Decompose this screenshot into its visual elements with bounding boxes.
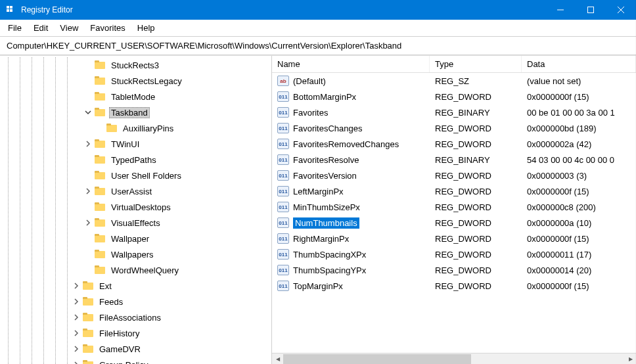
list-body[interactable]: ab(Default)REG_SZ(value not set)011Botto… [272,73,636,353]
value-name: FavoritesVersion [293,171,357,181]
expander-closed-icon[interactable] [83,186,93,196]
tree-item-label: VisualEffects [109,217,162,229]
folder-icon [95,171,106,180]
horizontal-scrollbar[interactable]: ◀ ▶ [272,353,636,364]
menu-edit[interactable]: Edit [28,21,53,35]
list-row[interactable]: 011FavoritesChangesREG_DWORD0x000000bd (… [272,120,636,136]
tree-item[interactable]: WordWheelQuery [0,262,271,278]
tree-item[interactable]: UserAssist [0,183,271,199]
list-row[interactable]: 011RightMarginPxREG_DWORD0x0000000f (15) [272,231,636,246]
value-type: REG_DWORD [430,138,522,150]
tree-pane[interactable]: StuckRects3StuckRectsLegacyTabletModeTas… [0,56,272,364]
tree-item[interactable]: TypedPaths [0,152,271,168]
folder-icon [95,155,106,164]
tree-item-label: Feeds [97,296,125,307]
list-row[interactable]: 011FavoritesVersionREG_DWORD0x00000003 (… [272,168,636,183]
tree-item[interactable]: StuckRects3 [0,57,271,73]
address-input[interactable] [5,39,631,52]
list-row[interactable]: ab(Default)REG_SZ(value not set) [272,73,636,89]
binary-value-icon: 011 [277,249,289,260]
value-type: REG_DWORD [430,248,522,261]
close-button[interactable] [606,0,636,20]
value-name: FavoritesChanges [293,124,363,133]
scroll-left-arrow[interactable]: ◀ [272,353,283,365]
column-type[interactable]: Type [430,56,522,72]
value-name: RightMarginPx [293,234,349,244]
svg-rect-0 [7,6,9,9]
tree-item[interactable]: VirtualDesktops [0,199,271,215]
tree-item[interactable]: User Shell Folders [0,168,271,183]
folder-icon [95,234,106,243]
tree-item[interactable]: GameDVR [0,341,271,357]
list-row[interactable]: 011MinThumbSizePxREG_DWORD0x000000c8 (20… [272,199,636,215]
folder-icon [95,250,106,259]
tree-item[interactable]: StuckRectsLegacy [0,73,271,89]
tree-item-label: User Shell Folders [109,170,183,181]
folder-icon [106,124,118,133]
tree-item[interactable]: FileHistory [0,325,271,341]
menu-file[interactable]: File [3,21,27,35]
binary-value-icon: 011 [277,281,289,291]
tree-item-label: TabletMode [109,91,157,102]
binary-value-icon: 011 [277,170,289,181]
folder-icon [83,344,95,353]
binary-value-icon: 011 [277,91,289,102]
value-data: 0x00000003 (3) [522,170,636,182]
expander-closed-icon[interactable] [83,217,93,228]
tree-item[interactable]: FileAssociations [0,309,271,325]
list-row[interactable]: 011LeftMarginPxREG_DWORD0x0000000f (15) [272,183,636,199]
list-pane: Name Type Data ab(Default)REG_SZ(value n… [272,56,636,364]
expander-closed-icon[interactable] [71,296,81,307]
tree-item[interactable]: Wallpapers [0,246,271,262]
expander-closed-icon[interactable] [83,139,93,149]
expander-closed-icon[interactable] [71,359,81,364]
minimize-button[interactable] [545,0,576,20]
folder-icon [83,329,95,338]
tree-item-label: Taskband [109,107,150,118]
tree-item[interactable]: TWinUI [0,136,271,152]
menu-favorites[interactable]: Favorites [85,21,130,35]
folder-icon [83,281,95,290]
list-row[interactable]: 011NumThumbnailsREG_DWORD0x0000000a (10) [272,215,636,231]
tree-item[interactable]: Wallpaper [0,231,271,246]
maximize-button[interactable] [576,0,606,20]
expander-closed-icon[interactable] [71,328,81,338]
tree-item[interactable]: Group Policy [0,357,271,364]
menu-bar: File Edit View Favorites Help [0,20,636,37]
address-bar [0,37,636,55]
menu-help[interactable]: Help [132,21,160,35]
tree-item-label: FileAssociations [97,312,163,323]
value-name: ThumbSpacingYPx [293,265,366,275]
scroll-right-arrow[interactable]: ▶ [625,353,636,365]
value-data: 0x0000000f (15) [522,280,636,292]
value-name: FavoritesRemovedChanges [293,139,399,149]
list-row[interactable]: 011FavoritesRemovedChangesREG_DWORD0x000… [272,136,636,152]
menu-view[interactable]: View [55,21,83,35]
list-row[interactable]: 011TopMarginPxREG_DWORD0x0000000f (15) [272,278,636,294]
tree-item[interactable]: AuxilliaryPins [0,120,271,136]
svg-rect-2 [7,9,9,12]
list-row[interactable]: 011FavoritesResolveREG_BINARY54 03 00 00… [272,152,636,168]
tree-item-label: TypedPaths [109,154,158,166]
column-name[interactable]: Name [272,56,430,72]
expander-closed-icon[interactable] [71,281,81,291]
tree-item[interactable]: Feeds [0,294,271,309]
list-row[interactable]: 011BottomMarginPxREG_DWORD0x0000000f (15… [272,89,636,104]
tree-item-label: TWinUI [109,139,141,150]
folder-icon [95,218,106,227]
tree-item[interactable]: Ext [0,278,271,294]
expander-closed-icon[interactable] [71,344,81,354]
list-row[interactable]: 011ThumbSpacingXPxREG_DWORD0x00000011 (1… [272,246,636,262]
title-bar: Registry Editor [0,0,636,20]
tree-item[interactable]: VisualEffects [0,215,271,231]
expander-closed-icon[interactable] [71,312,81,323]
column-data[interactable]: Data [522,56,636,72]
tree-item[interactable]: Taskband [0,104,271,120]
binary-value-icon: 011 [277,139,289,149]
folder-icon [95,139,106,148]
list-row[interactable]: 011FavoritesREG_BINARY00 be 01 00 00 3a … [272,104,636,120]
tree-item[interactable]: TabletMode [0,89,271,104]
expander-open-icon[interactable] [83,107,93,118]
list-row[interactable]: 011ThumbSpacingYPxREG_DWORD0x00000014 (2… [272,262,636,278]
tree-item-label: StuckRectsLegacy [109,76,184,87]
